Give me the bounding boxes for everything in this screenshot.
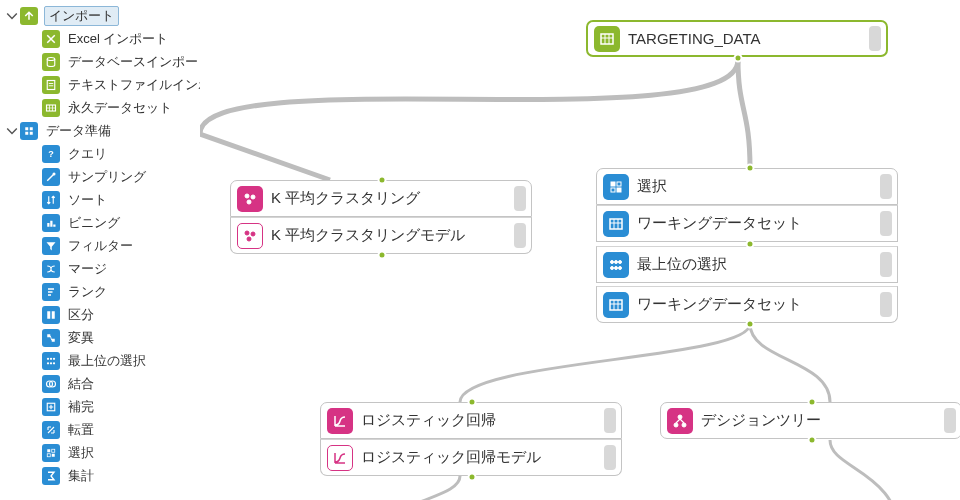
svg-point-35 [247,237,251,241]
tree-group-prep[interactable]: データ準備 [0,119,200,142]
node-label: 選択 [637,177,880,196]
drag-handle[interactable] [604,445,616,470]
tree-item-textfile[interactable]: テキストファイルインポート [0,73,200,96]
tree-label: Excel インポート [66,30,170,48]
text-icon [42,76,60,94]
drag-handle[interactable] [869,26,881,51]
svg-rect-4 [30,127,33,130]
drag-handle[interactable] [880,211,892,236]
svg-rect-25 [47,449,50,452]
svg-point-46 [619,266,622,269]
node-decision-tree[interactable]: デシジョンツリー [660,402,960,439]
tree-item-topn[interactable]: 最上位の選択 [0,349,200,372]
workflow-canvas[interactable]: TARGETING_DATA K 平均クラスタリング K 平均クラスタリングモデ… [200,0,960,500]
svg-rect-6 [30,131,33,134]
select-icon [42,444,60,462]
sort-icon [42,191,60,209]
tree-item-merge[interactable]: マージ [0,257,200,280]
svg-rect-40 [610,219,622,229]
tree-label: 補完 [66,398,96,416]
node-wds2[interactable]: ワーキングデータセット [596,286,898,323]
port-out[interactable] [808,436,817,445]
node-wds1[interactable]: ワーキングデータセット [596,205,898,242]
tree-label: 永久データセット [66,99,174,117]
tree-item-db[interactable]: データベースインポート [0,50,200,73]
port-in[interactable] [468,398,477,407]
port-mid[interactable] [746,240,755,249]
tree-item-permdataset[interactable]: 永久データセット [0,96,200,119]
svg-point-34 [251,232,255,236]
node-logistic[interactable]: ロジスティック回帰 [320,402,622,439]
svg-rect-26 [52,449,55,452]
partition-icon [42,306,60,324]
svg-point-18 [53,357,55,359]
select-icon [603,174,629,200]
port-in[interactable] [378,176,387,185]
node-label: 最上位の選択 [637,255,880,274]
svg-rect-12 [47,311,50,319]
svg-point-42 [615,260,618,263]
tree-label: 選択 [66,444,96,462]
tree-item-join[interactable]: 結合 [0,372,200,395]
svg-rect-27 [47,453,50,456]
drag-handle[interactable] [880,292,892,317]
drag-handle[interactable] [514,223,526,248]
port-out[interactable] [734,54,743,63]
tree-label: 区分 [66,306,96,324]
tree-item-transpose[interactable]: 転置 [0,418,200,441]
svg-rect-38 [611,188,615,192]
tree-group-import[interactable]: インポート [0,4,200,27]
tree-item-mutate[interactable]: 変異 [0,326,200,349]
join-icon [42,375,60,393]
node-topn[interactable]: 最上位の選択 [596,246,898,283]
tree-item-binning[interactable]: ビニング [0,211,200,234]
node-logistic-model[interactable]: ロジスティック回帰モデル [320,439,622,476]
tree-item-partition[interactable]: 区分 [0,303,200,326]
tree-item-impute[interactable]: 補完 [0,395,200,418]
regression-model-icon [327,445,353,471]
rank-icon [42,283,60,301]
tree-label: 集計 [66,467,96,485]
port-out[interactable] [746,320,755,329]
tree-item-select[interactable]: 選択 [0,441,200,464]
node-kmeans[interactable]: K 平均クラスタリング [230,180,532,217]
tree-label: ソート [66,191,109,209]
tree-label: マージ [66,260,109,278]
node-targeting-data[interactable]: TARGETING_DATA [586,20,888,57]
tree-item-aggregate[interactable]: 集計 [0,464,200,487]
svg-point-44 [611,266,614,269]
tree-item-excel[interactable]: Excel インポート [0,27,200,50]
mutate-icon [42,329,60,347]
svg-rect-29 [601,34,613,44]
tree-item-sort[interactable]: ソート [0,188,200,211]
svg-rect-37 [617,182,621,186]
sidebar: インポート Excel インポート データベースインポート テキストファイルイン… [0,0,200,500]
drag-handle[interactable] [514,186,526,211]
tree-item-query[interactable]: ? クエリ [0,142,200,165]
tree-label: 転置 [66,421,96,439]
drag-handle[interactable] [880,174,892,199]
chevron-down-icon[interactable] [6,10,18,22]
svg-point-17 [50,357,52,359]
excel-icon [42,30,60,48]
svg-rect-15 [52,338,55,341]
port-in[interactable] [746,164,755,173]
tree-item-rank[interactable]: ランク [0,280,200,303]
transpose-icon [42,421,60,439]
port-out[interactable] [468,473,477,482]
chevron-down-icon[interactable] [6,125,18,137]
drag-handle[interactable] [880,252,892,277]
node-kmeans-model[interactable]: K 平均クラスタリングモデル [230,217,532,254]
port-out[interactable] [378,251,387,260]
svg-point-50 [682,423,686,427]
tree-label: ランク [66,283,109,301]
svg-rect-36 [611,182,615,186]
node-label: ワーキングデータセット [637,214,880,233]
tree-item-sampling[interactable]: サンプリング [0,165,200,188]
drag-handle[interactable] [604,408,616,433]
port-in[interactable] [808,398,817,407]
node-select[interactable]: 選択 [596,168,898,205]
drag-handle[interactable] [944,408,956,433]
merge-icon [42,260,60,278]
tree-item-filter[interactable]: フィルター [0,234,200,257]
